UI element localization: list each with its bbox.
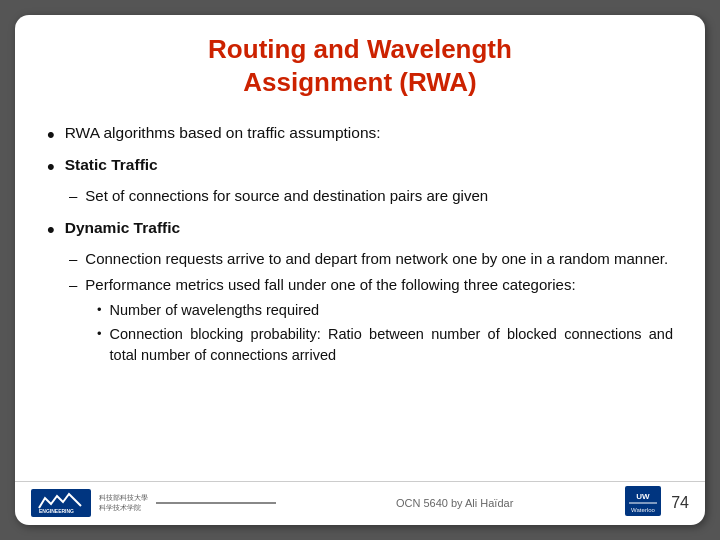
footer-right-area: UW Waterloo 74 <box>625 486 689 520</box>
bullet-3: • Dynamic Traffic <box>47 217 673 243</box>
sub-text-3-2: Performance metrics used fall under one … <box>85 274 575 296</box>
bullet-1: • RWA algorithms based on traffic assump… <box>47 122 673 148</box>
footer-logo-text: ENGINEERING <box>35 490 87 516</box>
slide-title: Routing and Wavelength Assignment (RWA) <box>15 15 705 110</box>
sub-sub-dot-2: • <box>97 324 102 344</box>
footer-logo-area: ENGINEERING 科技部科技大學 科学技术学院 <box>31 489 148 517</box>
bullet-dot-1: • <box>47 122 55 148</box>
slide-content: • RWA algorithms based on traffic assump… <box>15 110 705 481</box>
slide: Routing and Wavelength Assignment (RWA) … <box>15 15 705 525</box>
page-number: 74 <box>671 494 689 512</box>
sub-sub-dot-1: • <box>97 300 102 320</box>
svg-text:Waterloo: Waterloo <box>631 507 655 513</box>
footer-center-text: OCN 5640 by Ali Haïdar <box>284 497 625 509</box>
bullet-text-3: Dynamic Traffic <box>65 217 180 239</box>
bullet-dot-2: • <box>47 154 55 180</box>
sub-dash-3-1: – <box>69 248 77 271</box>
sub-sub-bullet-1: • Number of wavelengths required <box>97 300 673 321</box>
title-line1: Routing and Wavelength <box>208 34 512 64</box>
bullet-text-2: Static Traffic <box>65 154 158 176</box>
footer-divider <box>156 502 276 504</box>
footer-logo-right: UW Waterloo <box>625 486 661 520</box>
footer-logo-box: ENGINEERING <box>31 489 91 517</box>
slide-footer: ENGINEERING 科技部科技大學 科学技术学院 OCN 5640 by A… <box>15 481 705 525</box>
sub-dash-3-2: – <box>69 274 77 297</box>
sub-sub-text-2: Connection blocking probability: Ratio b… <box>110 324 673 366</box>
title-line2: Assignment (RWA) <box>243 67 477 97</box>
sub-bullet-2-1: – Set of connections for source and dest… <box>69 185 673 208</box>
sub-sub-text-1: Number of wavelengths required <box>110 300 320 321</box>
bullet-2: • Static Traffic <box>47 154 673 180</box>
sub-text-2-1: Set of connections for source and destin… <box>85 185 488 207</box>
sub-sub-bullet-2: • Connection blocking probability: Ratio… <box>97 324 673 366</box>
svg-text:UW: UW <box>637 492 651 501</box>
sub-dash-2-1: – <box>69 185 77 208</box>
bullet-dot-3: • <box>47 217 55 243</box>
sub-bullet-3-1: – Connection requests arrive to and depa… <box>69 248 673 271</box>
bullet-text-1: RWA algorithms based on traffic assumpti… <box>65 122 381 144</box>
svg-text:ENGINEERING: ENGINEERING <box>39 508 74 514</box>
sub-text-3-1: Connection requests arrive to and depart… <box>85 248 668 270</box>
footer-logo-sub: 科技部科技大學 科学技术学院 <box>99 493 148 511</box>
sub-bullet-3-2: – Performance metrics used fall under on… <box>69 274 673 297</box>
